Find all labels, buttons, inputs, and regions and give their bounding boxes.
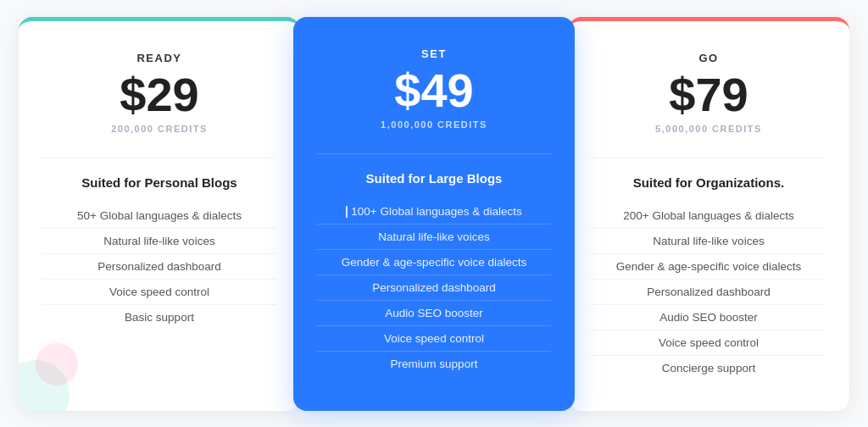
plan-tagline-ready: Suited for Personal Blogs xyxy=(81,175,236,190)
plan-divider-go xyxy=(592,158,826,158)
plan-features-set: 100+ Global languages & dialectsNatural … xyxy=(317,199,551,376)
feature-item: Concierge support xyxy=(592,356,826,380)
plan-card-ready: READY$29200,000 CREDITSSuited for Person… xyxy=(19,17,300,411)
plan-price-set: $49 xyxy=(394,67,473,114)
feature-item: Premium support xyxy=(317,352,551,376)
feature-item: Personalized dashboard xyxy=(42,254,276,280)
plan-credits-set: 1,000,000 CREDITS xyxy=(381,119,487,130)
plan-name-ready: READY xyxy=(136,52,181,64)
plan-features-ready: 50+ Global languages & dialectsNatural l… xyxy=(42,203,276,330)
plan-card-set: SET$491,000,000 CREDITSSuited for Large … xyxy=(293,17,575,411)
plan-name-go: GO xyxy=(698,52,718,64)
plan-credits-ready: 200,000 CREDITS xyxy=(111,124,208,134)
feature-item: Voice speed control xyxy=(42,280,276,305)
decoration-circle-2 xyxy=(36,343,78,385)
plan-price-ready: $29 xyxy=(120,71,198,119)
plan-tagline-set: Suited for Large Blogs xyxy=(366,171,503,186)
feature-item: Voice speed control xyxy=(317,326,551,352)
plan-credits-go: 5,000,000 CREDITS xyxy=(655,124,762,134)
plan-features-go: 200+ Global languages & dialectsNatural … xyxy=(592,203,826,380)
feature-item: Voice speed control xyxy=(592,330,826,356)
feature-item: Gender & age-specific voice dialects xyxy=(592,254,826,280)
feature-item: 50+ Global languages & dialects xyxy=(42,203,276,229)
feature-item: Gender & age-specific voice dialects xyxy=(317,250,551,275)
feature-item: Audio SEO booster xyxy=(317,301,551,326)
feature-item: Personalized dashboard xyxy=(317,275,551,301)
plan-tagline-go: Suited for Organizations. xyxy=(633,175,784,190)
feature-item: 200+ Global languages & dialects xyxy=(592,203,826,229)
feature-item: 100+ Global languages & dialects xyxy=(317,199,551,225)
plan-name-set: SET xyxy=(421,47,447,60)
plan-price-go: $79 xyxy=(669,71,748,119)
pricing-container: READY$29200,000 CREDITSSuited for Person… xyxy=(19,17,849,411)
feature-item: Personalized dashboard xyxy=(592,280,826,305)
feature-item: Natural life-like voices xyxy=(317,225,551,250)
plan-card-go: GO$795,000,000 CREDITSSuited for Organiz… xyxy=(568,17,849,411)
feature-item: Audio SEO booster xyxy=(592,305,826,330)
feature-item: Basic support xyxy=(42,305,276,330)
plan-divider-ready xyxy=(42,158,276,158)
plan-divider-set xyxy=(317,153,551,154)
feature-item: Natural life-like voices xyxy=(592,229,826,254)
cursor-bar xyxy=(346,206,348,218)
feature-item: Natural life-like voices xyxy=(42,229,276,254)
